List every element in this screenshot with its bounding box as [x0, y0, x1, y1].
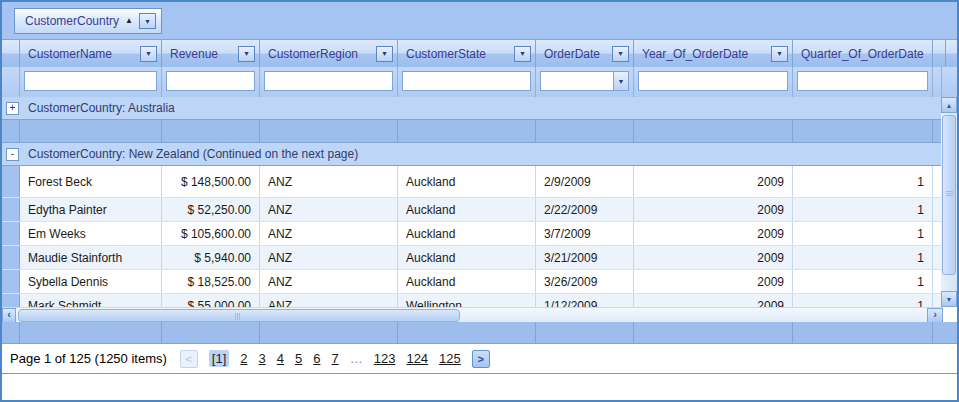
column-filter-button[interactable]: ▼	[612, 46, 629, 62]
cell-customerstate: Auckland	[398, 270, 536, 293]
scroll-left-button[interactable]: ‹	[2, 308, 16, 323]
filter-input-quarter-of-orderdate[interactable]	[797, 71, 928, 91]
column-header-year-of-orderdate[interactable]: Year_Of_OrderDate ▼	[634, 40, 793, 67]
summary-cell	[260, 120, 398, 142]
scroll-right-icon: ›	[933, 309, 937, 320]
vertical-scrollbar-thumb[interactable]	[942, 115, 956, 275]
pager-ellipsis: …	[350, 351, 363, 366]
column-filter-button[interactable]: ▼	[140, 46, 157, 62]
cell-orderdate: 3/21/2009	[536, 246, 634, 269]
cell-partial	[933, 270, 941, 293]
pager-page-link[interactable]: 2	[240, 351, 247, 366]
footer-cell	[20, 322, 162, 343]
pager: Page 1 of 125 (1250 items) < [1] 2 3 4 5…	[2, 344, 957, 374]
column-filter-button[interactable]: ▼	[238, 46, 255, 62]
vertical-scrollbar[interactable]: ▲ ▼	[941, 97, 957, 307]
cell-customerstate: Auckland	[398, 198, 536, 221]
pager-page-link[interactable]: 124	[406, 351, 428, 366]
cell-customerregion: ANZ	[260, 294, 398, 307]
filter-combo-dropdown-button[interactable]: ▼	[613, 72, 628, 90]
column-header-partial[interactable]	[933, 40, 946, 67]
cell-orderdate: 2/22/2009	[536, 198, 634, 221]
column-header-label: CustomerName	[28, 47, 112, 61]
cell-customerregion: ANZ	[260, 198, 398, 221]
cell-customerstate: Auckland	[398, 166, 536, 197]
dropdown-arrow-icon: ▼	[617, 50, 624, 57]
filter-filler	[942, 67, 957, 97]
expand-group-button[interactable]: +	[6, 102, 19, 115]
filter-input-customerregion[interactable]	[264, 71, 393, 91]
column-header-customername[interactable]: CustomerName ▼	[20, 40, 162, 67]
column-header-orderdate[interactable]: OrderDate ▼	[536, 40, 634, 67]
row-indicator	[2, 198, 20, 221]
group-row-new-zealand[interactable]: - CustomerCountry: New Zealand (Continue…	[2, 143, 941, 166]
table-row[interactable]: Edytha Painter $ 52,250.00 ANZ Auckland …	[2, 198, 941, 222]
group-panel[interactable]: CustomerCountry ▲ ▼	[2, 2, 957, 40]
scroll-right-button[interactable]: ›	[927, 308, 943, 323]
cell-year: 2009	[634, 198, 793, 221]
footer-cell	[793, 322, 933, 343]
column-header-label: CustomerState	[406, 47, 486, 61]
row-indicator-filter-cell	[2, 67, 20, 97]
scroll-up-button[interactable]: ▲	[941, 97, 957, 113]
table-row[interactable]: Maudie Stainforth $ 5,940.00 ANZ Aucklan…	[2, 246, 941, 270]
table-row[interactable]: Sybella Dennis $ 18,525.00 ANZ Auckland …	[2, 270, 941, 294]
group-filter-button[interactable]: ▼	[139, 13, 156, 29]
cell-year: 2009	[634, 294, 793, 307]
pager-next-button[interactable]: >	[472, 350, 490, 368]
table-row[interactable]: Mark Schmidt $ 55,000.00 ANZ Wellington …	[2, 294, 941, 307]
cell-customerregion: ANZ	[260, 166, 398, 197]
filter-cell-orderdate: ▼	[536, 67, 634, 97]
summary-cell	[793, 120, 933, 142]
pager-page-link[interactable]: 123	[374, 351, 396, 366]
footer-cell	[2, 322, 20, 343]
column-header-revenue[interactable]: Revenue ▼	[162, 40, 260, 67]
cell-customerstate: Wellington	[398, 294, 536, 307]
horizontal-scrollbar[interactable]: ‹ ›	[2, 307, 943, 322]
column-header-customerregion[interactable]: CustomerRegion ▼	[260, 40, 398, 67]
cell-revenue: $ 52,250.00	[162, 198, 260, 221]
dropdown-arrow-icon: ▼	[145, 50, 152, 57]
horizontal-scrollbar-thumb[interactable]	[18, 309, 460, 322]
dropdown-arrow-icon: ▼	[243, 50, 250, 57]
pager-page-link[interactable]: 3	[259, 351, 266, 366]
table-row[interactable]: Em Weeks $ 105,600.00 ANZ Auckland 3/7/2…	[2, 222, 941, 246]
group-row-label: CustomerCountry: New Zealand (Continued …	[28, 147, 358, 161]
pager-prev-button[interactable]: <	[180, 350, 198, 368]
table-row[interactable]: Forest Beck $ 148,500.00 ANZ Auckland 2/…	[2, 166, 941, 198]
cell-quarter: 1	[793, 246, 933, 269]
scroll-down-button[interactable]: ▼	[941, 291, 957, 307]
filter-input-revenue[interactable]	[166, 71, 255, 91]
cell-orderdate: 2/9/2009	[536, 166, 634, 197]
summary-cell	[634, 120, 793, 142]
filter-input-customername[interactable]	[24, 71, 157, 91]
collapse-group-button[interactable]: -	[6, 148, 19, 161]
pager-page-link[interactable]: 5	[295, 351, 302, 366]
pager-page-link[interactable]: 7	[331, 351, 338, 366]
column-header-customerstate[interactable]: CustomerState ▼	[398, 40, 536, 67]
group-field-label: CustomerCountry	[25, 14, 119, 28]
row-indicator	[2, 222, 20, 245]
cell-quarter: 1	[793, 198, 933, 221]
column-filter-button[interactable]: ▼	[376, 46, 393, 62]
grid-body: + CustomerCountry: Australia - CustomerC…	[2, 97, 941, 307]
row-indicator	[2, 270, 20, 293]
cell-customerregion: ANZ	[260, 246, 398, 269]
pager-page-link[interactable]: 4	[277, 351, 284, 366]
group-row-australia[interactable]: + CustomerCountry: Australia	[2, 97, 941, 120]
column-filter-button[interactable]: ▼	[771, 46, 788, 62]
cell-customername: Forest Beck	[20, 166, 162, 197]
filter-input-year-of-orderdate[interactable]	[638, 71, 788, 91]
filter-input-customerstate[interactable]	[402, 71, 531, 91]
cell-orderdate: 3/26/2009	[536, 270, 634, 293]
header-filler	[946, 40, 958, 67]
cell-partial	[933, 222, 941, 245]
pager-page-link[interactable]: 6	[313, 351, 320, 366]
cell-year: 2009	[634, 222, 793, 245]
column-header-quarter-of-orderdate[interactable]: Quarter_Of_OrderDate	[793, 40, 933, 67]
column-filter-button[interactable]: ▼	[514, 46, 531, 62]
pager-page-link[interactable]: 125	[439, 351, 461, 366]
filter-cell-revenue	[162, 67, 260, 97]
group-field-button-customercountry[interactable]: CustomerCountry ▲ ▼	[14, 8, 162, 34]
summary-cell	[20, 120, 162, 142]
